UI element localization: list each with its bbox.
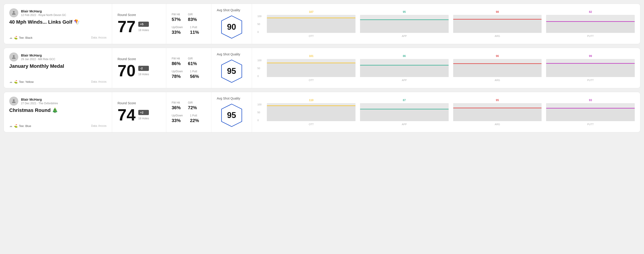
card-left-section: Blair McHarg 27 Dec 2021 · The Oxfordshi… xyxy=(4,92,112,132)
round-title: January Monthly Medal xyxy=(9,63,106,69)
user-date-course: 29 Jan 2022 · Mill Ride GCC xyxy=(21,58,55,61)
bag-icon: ⛳ xyxy=(14,80,18,84)
hexagon-container: 95 xyxy=(220,103,243,128)
chart-col-ott: 110 OTT xyxy=(267,99,356,126)
user-info: Blair McHarg 27 Dec 2021 · The Oxfordshi… xyxy=(9,97,106,106)
updown-label: Up/Down xyxy=(172,70,183,73)
tee-info: ☁ ⛳ Tee: Blue xyxy=(9,124,31,128)
card-bottom-row: ☁ ⛳ Tee: Blue Data: Arccos xyxy=(9,124,106,128)
bar-line xyxy=(453,63,542,64)
chart-area: 100500 107 OTT 95 xyxy=(257,10,635,37)
stats-section: FW Hit 57% GIR 83% Up/Down 33% 1 Putt 11… xyxy=(166,4,211,44)
quality-section: Avg Shot Quality 95 xyxy=(211,92,252,132)
quality-label: Avg Shot Quality xyxy=(217,8,240,12)
bar-fill xyxy=(546,21,635,33)
bar-line xyxy=(360,65,449,66)
updown-stat: Up/Down 78% xyxy=(172,70,183,79)
chart-col-putt: 82 PUTT xyxy=(546,10,635,37)
bar-label: APP xyxy=(402,79,407,82)
bar-value: 82 xyxy=(589,10,592,13)
bar-value: 110 xyxy=(309,99,314,102)
bar-wrapper xyxy=(267,15,356,33)
bar-line xyxy=(360,19,449,20)
bar-line xyxy=(267,63,356,63)
score-number: 74 xyxy=(118,107,136,123)
bag-icon: ⛳ xyxy=(14,124,18,128)
user-info: Blair McHarg 29 Jan 2022 · Mill Ride GCC xyxy=(9,52,106,61)
bar-wrapper xyxy=(360,103,449,121)
round-title: 40 Mph Winds... Links Golf 🪁 xyxy=(9,19,106,25)
score-badge: -2 xyxy=(138,66,149,71)
stats-row-bottom: Up/Down 78% 1 Putt 56% xyxy=(172,70,206,79)
bar-fill xyxy=(360,109,449,121)
data-source: Data: Arccos xyxy=(91,36,106,39)
tee-label: Tee: Blue xyxy=(19,124,31,128)
updown-stat: Up/Down 33% xyxy=(172,114,183,123)
bar-line xyxy=(546,21,635,22)
score-number: 77 xyxy=(118,18,136,35)
bar-fill xyxy=(546,108,635,121)
y-label: 0 xyxy=(257,31,262,33)
bar-fill xyxy=(546,63,635,77)
gir-stat: GIR 72% xyxy=(188,101,197,110)
chart-col-app: 87 APP xyxy=(360,99,449,126)
avatar xyxy=(9,52,18,61)
bar-label: OTT xyxy=(309,79,314,82)
bar-line xyxy=(360,109,449,110)
bar-label: ARG xyxy=(495,79,500,82)
hexagon-container: 90 xyxy=(220,15,243,39)
updown-value: 78% xyxy=(172,74,183,79)
stats-row-top: FW Hit 86% GIR 61% xyxy=(172,57,206,66)
hexagon-container: 95 xyxy=(220,59,243,84)
bar-fill xyxy=(360,65,449,77)
bar-line xyxy=(546,108,635,109)
svg-point-2 xyxy=(13,55,15,57)
stats-row-bottom: Up/Down 33% 1 Putt 11% xyxy=(172,26,206,35)
svg-point-0 xyxy=(13,11,15,13)
bar-fill xyxy=(360,19,449,33)
bar-line xyxy=(267,17,356,18)
chart-columns: 110 OTT 87 APP xyxy=(267,99,635,126)
score-label: Round Score xyxy=(118,57,160,61)
avatar xyxy=(9,8,18,17)
score-label: Round Score xyxy=(118,101,160,105)
score-section: Round Score 77 +5 18 Holes xyxy=(112,4,166,44)
updown-value: 33% xyxy=(172,30,183,35)
round-card-1: Blair McHarg 12 Feb 2022 · Royal North D… xyxy=(4,3,640,44)
bar-label: PUTT xyxy=(587,35,594,37)
gir-value: 83% xyxy=(188,17,197,22)
bar-value: 96 xyxy=(496,54,499,58)
oneputt-stat: 1 Putt 56% xyxy=(190,70,199,79)
round-card-3: Blair McHarg 27 Dec 2021 · The Oxfordshi… xyxy=(4,92,640,132)
bar-wrapper xyxy=(453,59,542,77)
oneputt-label: 1 Putt xyxy=(190,70,199,73)
bar-fill xyxy=(267,105,356,121)
tee-info: ☁ ⛳ Tee: Black xyxy=(9,36,32,39)
chart-col-arg: 95 ARG xyxy=(453,99,542,126)
bar-label: OTT xyxy=(309,35,314,37)
bag-icon: ⛳ xyxy=(14,36,18,39)
score-holes: 18 Holes xyxy=(138,117,149,120)
oneputt-stat: 1 Putt 11% xyxy=(190,26,199,35)
bar-line xyxy=(546,63,635,64)
bar-value: 99 xyxy=(589,54,592,58)
bar-value: 101 xyxy=(309,54,314,58)
weather-icon: ☁ xyxy=(9,36,12,39)
quality-label: Avg Shot Quality xyxy=(217,52,240,56)
chart-y-axis: 100500 xyxy=(257,103,262,126)
fw-hit-stat: FW Hit 36% xyxy=(172,101,181,110)
bar-label: APP xyxy=(402,35,407,37)
bar-label: APP xyxy=(402,123,407,126)
weather-icon: ☁ xyxy=(9,124,12,128)
chart-col-arg: 96 ARG xyxy=(453,54,542,82)
data-source: Data: Arccos xyxy=(91,80,106,83)
fw-hit-value: 57% xyxy=(172,17,181,22)
fw-hit-value: 86% xyxy=(172,61,181,66)
oneputt-label: 1 Putt xyxy=(190,114,199,117)
chart-col-ott: 107 OTT xyxy=(267,10,356,37)
user-date-course: 12 Feb 2022 · Royal North Devon GC xyxy=(21,13,66,17)
bar-fill xyxy=(453,19,542,33)
chart-columns: 107 OTT 95 APP xyxy=(267,10,635,37)
gir-value: 61% xyxy=(188,61,197,66)
bar-wrapper xyxy=(267,103,356,121)
